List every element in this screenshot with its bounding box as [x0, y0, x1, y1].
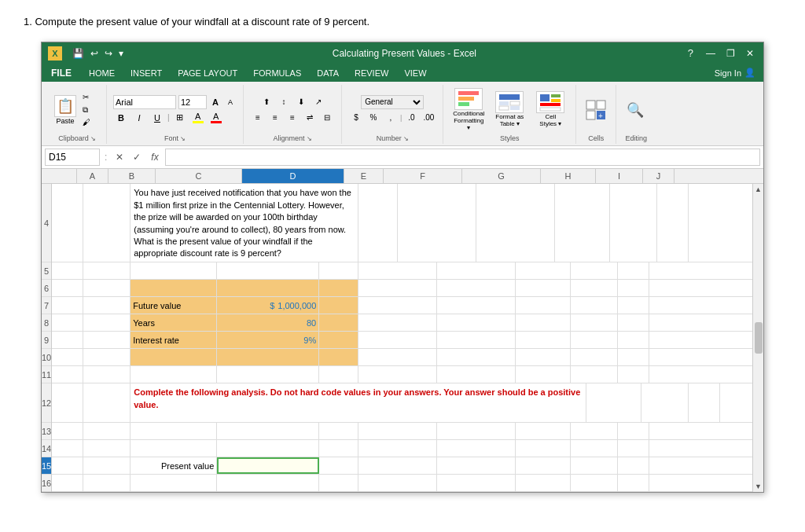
cell-a4[interactable] — [52, 184, 83, 262]
cell-f13[interactable] — [358, 423, 437, 439]
menu-data[interactable]: DATA — [309, 64, 347, 82]
cell-a8[interactable] — [52, 314, 83, 331]
cell-f16[interactable] — [358, 475, 437, 491]
cell-d8[interactable]: 80 — [217, 314, 319, 331]
cell-e16[interactable] — [319, 475, 358, 491]
col-header-e[interactable]: E — [344, 169, 384, 183]
cell-a15[interactable] — [52, 457, 83, 474]
scroll-up-arrow[interactable]: ▲ — [753, 184, 764, 195]
col-header-c[interactable]: C — [156, 169, 242, 183]
decimal-increase-button[interactable]: .0 — [403, 111, 419, 125]
scroll-down-arrow[interactable]: ▼ — [753, 481, 764, 492]
cell-c13[interactable] — [130, 423, 217, 439]
cell-h12[interactable] — [586, 383, 641, 422]
cell-h14[interactable] — [516, 440, 571, 457]
cell-e6[interactable] — [319, 280, 358, 296]
alignment-corner-arrow[interactable]: ↘ — [307, 135, 312, 142]
cut-button[interactable]: ✂ — [83, 92, 100, 103]
cell-j15[interactable] — [618, 457, 649, 474]
cell-j14[interactable] — [618, 440, 649, 457]
cell-e4[interactable] — [358, 184, 398, 262]
minimize-button[interactable]: — — [703, 47, 719, 60]
scroll-thumb[interactable] — [755, 322, 763, 354]
cell-a6[interactable] — [52, 280, 83, 296]
cell-g7[interactable] — [437, 297, 516, 314]
number-format-select[interactable]: General Number Currency Percentage — [361, 95, 424, 109]
cell-i7[interactable] — [571, 297, 618, 314]
cell-e14[interactable] — [319, 440, 358, 457]
row-header-14[interactable]: 14 — [42, 440, 51, 457]
cell-e11[interactable] — [319, 366, 358, 383]
cell-d6[interactable] — [217, 280, 319, 296]
cell-i11[interactable] — [571, 366, 618, 383]
col-header-g[interactable]: G — [462, 169, 541, 183]
cell-j16[interactable] — [618, 475, 649, 491]
sign-in-area[interactable]: Sign In 👤 — [707, 64, 763, 82]
cell-i14[interactable] — [571, 440, 618, 457]
cell-a16[interactable] — [52, 475, 83, 491]
align-center-button[interactable]: ≡ — [267, 111, 283, 125]
underline-button[interactable]: U — [149, 111, 165, 125]
cell-f8[interactable] — [358, 314, 437, 331]
copy-button[interactable]: ⧉ — [83, 105, 100, 116]
font-shrink-button[interactable]: A — [224, 96, 237, 108]
cells-button[interactable]: + — [583, 97, 609, 123]
col-header-j[interactable]: J — [643, 169, 675, 183]
cell-i13[interactable] — [571, 423, 618, 439]
cell-f4[interactable] — [398, 184, 476, 262]
cell-a11[interactable] — [52, 366, 83, 383]
cell-c16[interactable] — [130, 475, 217, 491]
name-box[interactable] — [45, 149, 100, 166]
wrap-text-button[interactable]: ⇌ — [302, 111, 318, 125]
cell-f7[interactable] — [358, 297, 437, 314]
cell-e5[interactable] — [319, 262, 358, 279]
align-middle-button[interactable]: ↕ — [276, 95, 292, 109]
cell-i8[interactable] — [571, 314, 618, 331]
cell-g9[interactable] — [437, 332, 516, 348]
cell-d13[interactable] — [217, 423, 319, 439]
row-header-16[interactable]: 16 — [42, 475, 51, 492]
cell-g14[interactable] — [437, 440, 516, 457]
cell-g4[interactable] — [476, 184, 555, 262]
cell-i9[interactable] — [571, 332, 618, 348]
cell-c5[interactable] — [130, 262, 217, 279]
cell-i5[interactable] — [571, 262, 618, 279]
currency-button[interactable]: $ — [348, 111, 364, 125]
cell-f6[interactable] — [358, 280, 437, 296]
cell-i4[interactable] — [610, 184, 657, 262]
cell-i10[interactable] — [571, 349, 618, 365]
font-size-input[interactable] — [178, 95, 207, 109]
cell-j5[interactable] — [618, 262, 649, 279]
cell-f10[interactable] — [358, 349, 437, 365]
editing-button[interactable]: 🔍 — [623, 97, 649, 123]
cell-h6[interactable] — [516, 280, 571, 296]
menu-home[interactable]: HOME — [81, 64, 123, 82]
cell-b6[interactable] — [83, 280, 130, 296]
cell-j7[interactable] — [618, 297, 649, 314]
decimal-decrease-button[interactable]: .00 — [421, 111, 436, 125]
cell-b8[interactable] — [83, 314, 130, 331]
cell-f15[interactable] — [358, 457, 437, 474]
cell-a13[interactable] — [52, 423, 83, 439]
cell-b7[interactable] — [83, 297, 130, 314]
cell-h5[interactable] — [516, 262, 571, 279]
align-left-button[interactable]: ≡ — [250, 111, 266, 125]
cell-j11[interactable] — [618, 366, 649, 383]
cell-c15[interactable]: Present value — [130, 457, 217, 474]
redo-qat-btn[interactable]: ↪ — [102, 47, 115, 60]
row-header-4[interactable]: 4 — [42, 184, 51, 262]
col-header-a[interactable]: A — [77, 169, 108, 183]
cell-c10[interactable] — [130, 349, 217, 365]
cell-e10[interactable] — [319, 349, 358, 365]
cell-f14[interactable] — [358, 440, 437, 457]
cell-c11[interactable] — [130, 366, 217, 383]
cell-g11[interactable] — [437, 366, 516, 383]
row-header-6[interactable]: 6 — [42, 280, 51, 297]
cell-c14[interactable] — [130, 440, 217, 457]
cell-c6[interactable] — [130, 280, 217, 296]
cell-h16[interactable] — [516, 475, 571, 491]
cell-d9[interactable]: 9% — [217, 332, 319, 348]
cell-g6[interactable] — [437, 280, 516, 296]
cell-a9[interactable] — [52, 332, 83, 348]
save-qat-btn[interactable]: 💾 — [70, 47, 86, 60]
